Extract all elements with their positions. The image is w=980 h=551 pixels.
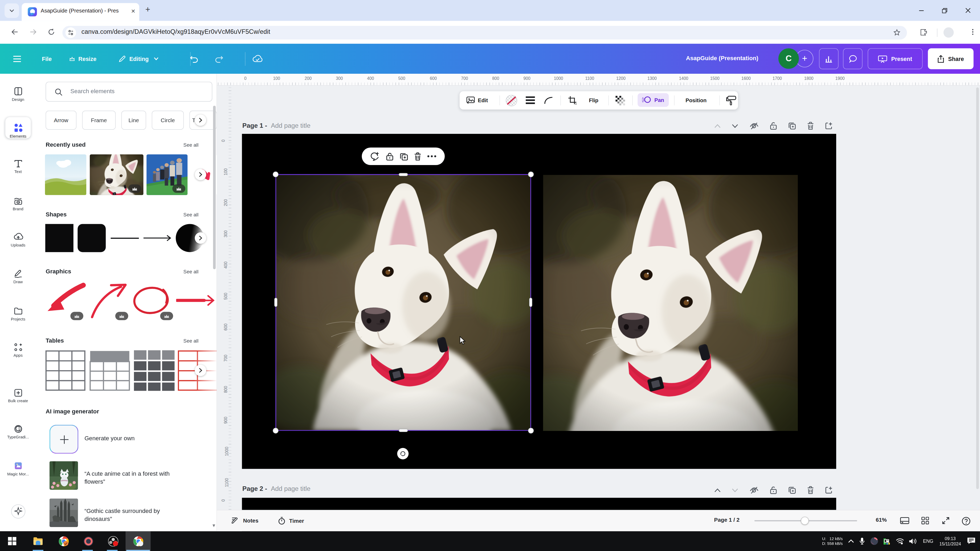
svg-text:co: co — [17, 202, 19, 203]
